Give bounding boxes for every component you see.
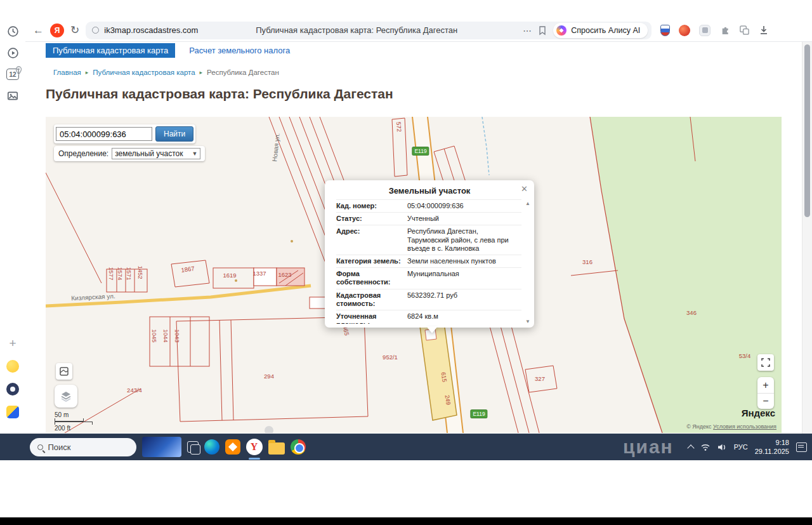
tray-volume-icon[interactable]	[717, 443, 727, 451]
yandex-taskbar-icon[interactable]: Y	[246, 439, 263, 455]
system-tray: РУС 9:18 29.11.2025	[688, 438, 807, 456]
music-record-icon[interactable]	[0, 380, 25, 399]
search-icon	[37, 444, 43, 450]
page-title: Публичная кадастровая карта: Республика …	[46, 86, 802, 102]
back-icon[interactable]: ←	[33, 25, 44, 36]
page-scrollbar[interactable]	[802, 42, 812, 434]
find-button[interactable]: Найти	[155, 126, 193, 142]
parcel-info-row: Адрес:Республика Дагестан, Тарумовский р…	[336, 225, 521, 255]
bookmark-icon[interactable]	[538, 25, 547, 36]
more-icon[interactable]: ⋯	[523, 26, 532, 35]
screenshot-icon[interactable]	[0, 86, 25, 105]
page-content: Публичная кадастровая карта Расчет земел…	[25, 42, 802, 434]
protect-shield-icon[interactable]	[660, 25, 670, 36]
omnibox-page-title: Публичная кадастровая карта: Республика …	[256, 25, 457, 35]
zoom-control: + −	[757, 377, 774, 409]
tray-expand-icon[interactable]	[687, 444, 694, 451]
chevron-down-icon: ▼	[192, 150, 198, 157]
taskbar-clock[interactable]: 9:18 29.11.2025	[755, 438, 789, 456]
parcel-info-rows: Кад. номер:05:04:000099:636Статус:Учтенн…	[325, 199, 534, 324]
taskbar-search[interactable]: Поиск	[30, 438, 136, 456]
reload-icon[interactable]: ↻	[70, 25, 79, 36]
address-bar[interactable]: ik3map.roscadastres.com Публичная кадаст…	[86, 22, 652, 39]
file-explorer-icon[interactable]	[268, 440, 285, 455]
fullscreen-button[interactable]	[757, 354, 774, 371]
extensions-puzzle-icon[interactable]	[719, 25, 730, 36]
chrome-icon[interactable]	[291, 439, 306, 455]
yandex-browser-icon[interactable]: Я	[50, 23, 64, 37]
object-type-select[interactable]: земельный участок ▼	[112, 148, 200, 159]
site-tabs: Публичная кадастровая карта Расчет земел…	[46, 43, 802, 58]
breadcrumb-separator-icon: ▸	[200, 69, 203, 76]
layers-button[interactable]	[55, 385, 77, 408]
breadcrumb-item[interactable]: Публичная кадастровая карта	[93, 69, 195, 76]
widgets-thumbnail[interactable]	[142, 437, 181, 457]
start-button[interactable]	[4, 437, 24, 457]
tab-land-tax[interactable]: Расчет земельного налога	[189, 46, 290, 55]
ask-alice-button[interactable]: Спросить Алису AI	[553, 23, 648, 38]
scrollbar-thumb[interactable]	[804, 44, 810, 217]
taskbar-date: 29.11.2025	[755, 447, 789, 456]
parcel-info-row: Статус:Учтенный	[336, 212, 521, 225]
alice-icon	[556, 25, 566, 36]
cadastral-search: Найти	[54, 124, 195, 143]
profile-avatar-icon[interactable]	[679, 25, 690, 36]
language-indicator[interactable]: РУС	[734, 443, 748, 451]
cadastral-number-input[interactable]	[56, 127, 152, 141]
map-scale: 50 m 200 ft	[55, 411, 93, 432]
filter-label: Определение:	[58, 149, 108, 158]
location-pin-icon	[15, 66, 22, 75]
terms-link[interactable]: Условия использования	[713, 423, 776, 430]
cian-watermark: циан	[623, 436, 674, 458]
orange-app-icon[interactable]	[225, 439, 240, 455]
browser-sidebar: 12 + ⋯	[0, 19, 25, 434]
parcel-info-row: Форма собственности:Муниципальная	[336, 267, 521, 288]
tray-network-icon[interactable]	[700, 443, 710, 451]
task-view-button[interactable]	[187, 441, 199, 453]
breadcrumb-item: Республика Дагестан	[207, 69, 279, 76]
widget-icon[interactable]	[699, 25, 710, 36]
site-info-icon[interactable]	[92, 27, 99, 34]
legend-button[interactable]	[56, 363, 72, 380]
letterbox-bar	[0, 517, 812, 525]
desktop-screen: ← Я ↻ ik3map.roscadastres.com Публичная …	[0, 0, 812, 525]
scroll-up-icon[interactable]: ▲	[525, 201, 530, 206]
yandex-maps-logo[interactable]: Яндекс	[742, 408, 775, 418]
action-center-icon[interactable]	[796, 442, 807, 452]
popup-tail	[426, 326, 438, 333]
add-panel-icon[interactable]: +	[0, 334, 25, 353]
tab-cadastral-map[interactable]: Публичная кадастровая карта	[46, 43, 175, 58]
breadcrumb-separator-icon: ▸	[86, 69, 89, 76]
downloads-icon[interactable]	[759, 25, 769, 36]
extensions-zone	[660, 25, 769, 36]
parcel-info-row: Кадастровая стоимость:5632392.71 руб	[336, 289, 521, 310]
parcel-info-popup: Земельный участок ✕ Кад. номер:05:04:000…	[325, 180, 534, 328]
taskbar-time: 9:18	[755, 438, 789, 447]
browser-toolbar: ← Я ↻ ik3map.roscadastres.com Публичная …	[25, 19, 812, 42]
history-icon[interactable]	[0, 22, 25, 41]
popup-title: Земельный участок	[325, 180, 534, 199]
parcel-info-row: Уточненная площадь:6824 кв.м	[336, 310, 521, 324]
zoom-out-button[interactable]: −	[757, 393, 774, 409]
map-attribution: © Яндекс Условия использования	[686, 423, 776, 430]
video-player-icon[interactable]	[0, 43, 25, 62]
scroll-down-icon[interactable]: ▼	[525, 319, 530, 324]
object-type-filter: Определение: земельный участок ▼	[54, 146, 205, 161]
parcel-info-row: Кад. номер:05:04:000099:636	[336, 199, 521, 212]
parcel-info-row: Категория земель:Земли населенных пункто…	[336, 255, 521, 267]
cadastral-map[interactable]: 572E119Новая ул.157715741571145218671619…	[46, 117, 782, 433]
breadcrumb: Главная▸Публичная кадастровая карта▸Респ…	[53, 69, 802, 76]
windows-taskbar: Поиск Y циан РУС 9:18 29.11.2025	[0, 434, 812, 460]
tab-groups-icon[interactable]	[739, 25, 750, 36]
sticker-icon[interactable]	[0, 357, 25, 376]
url-text[interactable]: ik3map.roscadastres.com	[104, 25, 198, 35]
zoom-in-button[interactable]: +	[757, 377, 774, 393]
map-copyright: © Яндекс	[686, 423, 711, 430]
edge-icon[interactable]	[204, 439, 219, 455]
keyboard-app-icon[interactable]	[0, 402, 25, 422]
breadcrumb-item[interactable]: Главная	[53, 69, 81, 76]
close-icon[interactable]: ✕	[521, 184, 528, 194]
